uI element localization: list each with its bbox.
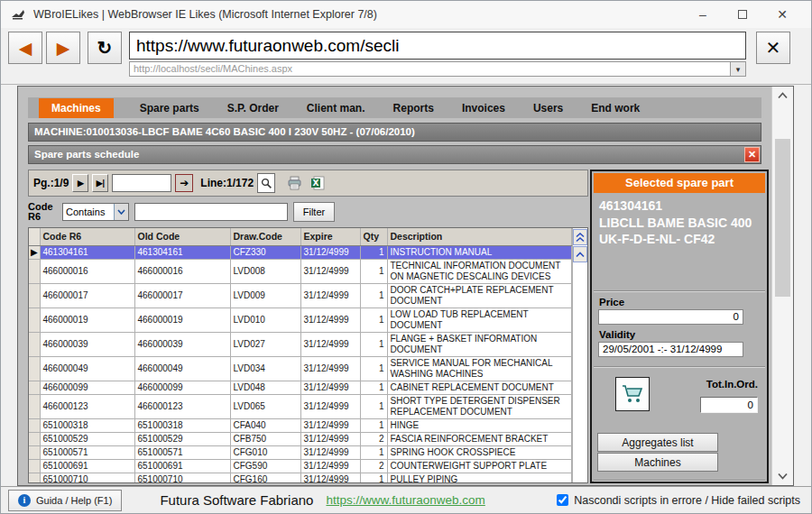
cell[interactable]: 1 (360, 307, 387, 332)
cell[interactable]: LVD008 (230, 259, 300, 283)
table-row[interactable]: 466000017466000017LVD00931/12/49991DOOR … (29, 283, 572, 307)
cell[interactable]: TECHNICAL INFORMATION DOCUMENT ON MAGNET… (387, 259, 572, 283)
export-excel-button[interactable]: X (308, 173, 328, 193)
scroll-down-button[interactable] (772, 467, 793, 485)
col-draw-code[interactable]: Draw.Code (230, 228, 300, 245)
cell[interactable]: 1 (360, 418, 387, 432)
filter-button[interactable]: Filter (293, 202, 335, 222)
goto-page-button[interactable]: ➔ (175, 174, 193, 192)
cell[interactable]: CABINET REPLACEMENT DOCUMENT (387, 381, 572, 394)
cell[interactable]: FLANGE + BASKET INFORMATION DOCUMENT (387, 332, 572, 356)
filter-operator-select[interactable]: Contains (62, 203, 129, 221)
print-button[interactable] (284, 173, 304, 193)
combo-dropdown-button[interactable]: ▾ (730, 62, 745, 76)
cell[interactable]: 466000016 (134, 259, 230, 283)
cell[interactable]: 466000039 (134, 332, 230, 356)
col-expire[interactable]: Expire (300, 228, 360, 245)
tab-spare-parts[interactable]: Spare parts (138, 98, 201, 118)
cell[interactable]: 1 (360, 381, 387, 394)
cell[interactable]: CFB750 (230, 432, 300, 445)
cell[interactable]: 651000691 (40, 459, 134, 473)
tab-machines[interactable]: Machines (39, 98, 114, 118)
cell[interactable]: 31/12/4999 (300, 245, 360, 259)
table-row[interactable]: ▶461304161461304161CFZ33031/12/49991INST… (29, 245, 572, 259)
table-row[interactable]: 466000123466000123LVD06531/12/49991SHORT… (29, 394, 572, 418)
cell[interactable]: 466000099 (134, 381, 230, 394)
cell[interactable]: 31/12/4999 (300, 459, 360, 473)
cell[interactable]: INSTRUCTION MANUAL (387, 245, 572, 259)
cell[interactable]: LOW LOAD TUB REPLACEMENT DOCUMENT (387, 307, 572, 332)
cell[interactable]: CFG590 (230, 459, 300, 473)
table-row[interactable]: 651000571651000571CFG01031/12/49991SPRIN… (29, 445, 572, 459)
cell[interactable]: LVD065 (230, 394, 300, 418)
minimize-button[interactable]: – (683, 7, 723, 22)
cell[interactable]: SPRING HOOK CROSSPIECE (387, 445, 572, 459)
close-panel-button[interactable]: ✕ (744, 147, 760, 162)
cell[interactable]: 1 (360, 473, 387, 483)
validity-field[interactable]: 29/05/2001 -:- 31/12/4999 (598, 342, 743, 357)
cell[interactable]: 461304161 (40, 245, 134, 259)
scrollbar-thumb[interactable] (775, 139, 790, 297)
cell[interactable]: 31/12/4999 (300, 356, 360, 381)
cell[interactable]: 31/12/4999 (300, 283, 360, 307)
cell[interactable]: 2 (360, 432, 387, 445)
cell[interactable]: 466000099 (40, 381, 134, 394)
cell[interactable]: 466000016 (40, 259, 134, 283)
cell[interactable]: 1 (360, 283, 387, 307)
cell[interactable]: SHORT TYPE DETERGENT DISPENSER REPLACEME… (387, 394, 572, 418)
cell[interactable]: 651000710 (134, 473, 230, 483)
cell[interactable]: CFG160 (230, 473, 300, 483)
col-old-code[interactable]: Old Code (134, 228, 230, 245)
forward-button[interactable]: ▶ (46, 32, 80, 64)
cell[interactable]: 651000571 (40, 445, 134, 459)
cell[interactable]: 31/12/4999 (300, 418, 360, 432)
table-row[interactable]: 651000691651000691CFG59031/12/49992COUNT… (29, 459, 572, 473)
cell[interactable]: 466000017 (134, 283, 230, 307)
back-button[interactable]: ◀ (8, 32, 42, 64)
cell[interactable]: 651000318 (134, 418, 230, 432)
cell[interactable]: 1 (360, 394, 387, 418)
brand-link[interactable]: https://www.futuraonweb.com (326, 493, 484, 507)
table-row[interactable]: 466000099466000099LVD04831/12/49991CABIN… (29, 381, 572, 394)
filter-text-input[interactable] (134, 203, 288, 221)
tab-users[interactable]: Users (531, 98, 565, 118)
add-to-cart-button[interactable] (615, 377, 650, 411)
cell[interactable]: 466000049 (134, 356, 230, 381)
cell[interactable]: 31/12/4999 (300, 381, 360, 394)
maximize-button[interactable] (723, 7, 762, 22)
tab-end-work[interactable]: End work (589, 98, 641, 118)
close-window-button[interactable]: ✕ (762, 7, 802, 22)
grid-scroll-up-button[interactable] (573, 246, 587, 262)
table-row[interactable]: 651000318651000318CFA04031/12/49991HINGE (29, 418, 572, 432)
cell[interactable]: 1 (360, 332, 387, 356)
cell[interactable]: LVD034 (230, 356, 300, 381)
address-combo[interactable]: http://localhost/secli/MAChines.aspx ▾ (129, 61, 746, 77)
cell[interactable]: 1 (360, 356, 387, 381)
cell[interactable]: 461304161 (134, 245, 230, 259)
cell[interactable]: 651000318 (40, 418, 134, 432)
cell[interactable]: CFG010 (230, 445, 300, 459)
cell[interactable]: 1 (360, 259, 387, 283)
machines-button[interactable]: Machines (597, 453, 718, 472)
cell[interactable]: 466000017 (40, 283, 134, 307)
url-input[interactable] (129, 32, 746, 60)
cell[interactable]: FASCIA REINFORCEMENT BRACKET (387, 432, 572, 445)
price-field[interactable]: 0 (598, 309, 743, 325)
cell[interactable]: 1 (360, 445, 387, 459)
table-row[interactable]: 651000529651000529CFB75031/12/49992FASCI… (29, 432, 572, 445)
cell[interactable]: 651000529 (134, 432, 230, 445)
tot-in-ord-field[interactable]: 0 (700, 397, 758, 413)
scroll-up-button[interactable] (772, 87, 793, 105)
help-button[interactable]: i Guida / Help (F1) (8, 490, 122, 511)
cell[interactable]: 651000710 (40, 473, 134, 483)
cell[interactable]: LVD048 (230, 381, 300, 394)
cell[interactable]: DOOR CATCH+PLATE REPLACEMENT DOCUMENT (387, 283, 572, 307)
cell[interactable]: 31/12/4999 (300, 394, 360, 418)
cell[interactable]: 466000123 (40, 394, 134, 418)
aggregates-list-button[interactable]: Aggregates list (597, 433, 718, 452)
cell[interactable]: 651000571 (134, 445, 230, 459)
cell[interactable]: 466000019 (134, 307, 230, 332)
tab-reports[interactable]: Reports (392, 98, 436, 118)
goto-page-input[interactable] (112, 174, 171, 192)
cell[interactable]: 651000691 (134, 459, 230, 473)
